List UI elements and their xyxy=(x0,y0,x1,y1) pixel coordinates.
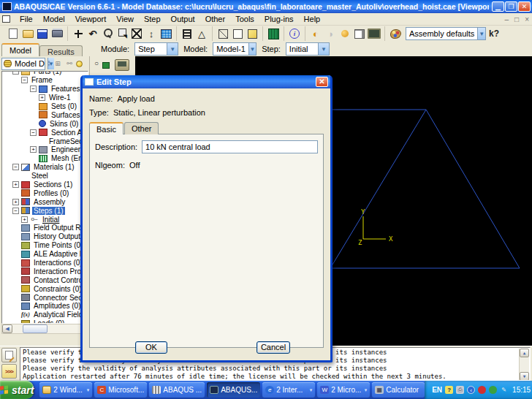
restore-button[interactable]: ❐ xyxy=(505,1,517,12)
query-ladder-icon[interactable] xyxy=(180,28,194,40)
views-table-icon[interactable] xyxy=(159,28,172,40)
tree-item-steps-1[interactable]: −Steps (1) xyxy=(2,206,88,215)
tree-item-ale-adaptive-mesh-constraints[interactable]: ALE Adaptive Mesh Constraints xyxy=(2,250,88,259)
tree-item-connector-sections-0[interactable]: Connector Sections (0) xyxy=(2,293,88,302)
ok-button[interactable]: OK xyxy=(135,341,167,354)
menu-tools[interactable]: Tools xyxy=(230,14,259,24)
hide-icons-icon[interactable]: ‹ xyxy=(467,386,475,394)
expand-icon[interactable]: + xyxy=(39,94,45,101)
tree-item-wire-1[interactable]: +Wire-1 xyxy=(2,94,88,102)
tree-item-sections-1[interactable]: +Sections (1) xyxy=(2,180,88,189)
child-restore-button[interactable]: □ xyxy=(512,15,522,23)
save-icon[interactable] xyxy=(36,28,49,40)
scroll-down-icon[interactable]: ▼ xyxy=(520,372,529,381)
tree-item-assembly[interactable]: +Assembly xyxy=(2,197,88,206)
tree-item-engineering-features[interactable]: +Engineering Features xyxy=(2,145,88,154)
query-cone-icon[interactable]: △ xyxy=(195,28,208,40)
chevron-down-icon[interactable]: ▼ xyxy=(248,43,256,55)
zoom-icon[interactable] xyxy=(101,28,114,40)
tree-item-interaction-properties-0[interactable]: Interaction Properties (0) xyxy=(2,267,88,276)
taskbar-button-2micro[interactable]: W2 Micro...▾ xyxy=(317,382,370,398)
collapse-icon[interactable]: − xyxy=(30,129,37,136)
taskbar-button-2inter[interactable]: e2 Inter...▾ xyxy=(262,382,315,398)
menu-plugins[interactable]: Plug-ins xyxy=(259,14,299,24)
tree-item-history-output-requests[interactable]: History Output Requests xyxy=(2,232,88,241)
printer-tray-icon[interactable]: ⎙ xyxy=(456,386,464,394)
model-select[interactable]: Model-1 ▼ xyxy=(213,42,256,56)
message-scrollbar[interactable]: ▲ ▼ xyxy=(519,349,529,381)
menu-view[interactable]: View xyxy=(111,14,139,24)
start-button[interactable]: start xyxy=(0,381,34,399)
chevron-down-icon[interactable]: ▼ xyxy=(318,43,329,55)
dialog-close-icon[interactable]: ✕ xyxy=(316,77,328,87)
shaded-cube-icon[interactable] xyxy=(246,28,259,40)
torus-front-icon[interactable] xyxy=(309,28,322,40)
tree-item-mesh-empty[interactable]: Mesh (Empty) xyxy=(2,154,88,163)
hiddenline-cube-icon[interactable] xyxy=(231,28,244,40)
tree-item-amplitudes-0[interactable]: Amplitudes (0) xyxy=(2,302,88,311)
create-step-icon[interactable] xyxy=(94,59,110,70)
render-style-select[interactable]: Assembly defaults▼ xyxy=(406,27,486,40)
tree-item-steel[interactable]: Steel xyxy=(2,172,88,180)
taskbar-button-microsoft[interactable]: CMicrosoft... xyxy=(94,382,147,398)
child-minimize-button[interactable]: – xyxy=(502,15,512,23)
context-help-icon[interactable]: k? xyxy=(487,28,501,40)
message-log-icon[interactable] xyxy=(1,348,17,362)
taskbar-button-2wind[interactable]: 2 Wind...▾ xyxy=(39,382,92,398)
palette-icon[interactable] xyxy=(389,28,402,40)
link-icon[interactable]: ⚯ xyxy=(64,59,75,69)
collapse-icon[interactable]: − xyxy=(12,71,19,75)
expand-icon[interactable]: + xyxy=(30,146,37,153)
tree-item-time-points-0[interactable]: Time Points (0) xyxy=(2,241,88,250)
new-icon[interactable] xyxy=(7,28,20,40)
group-chevron-icon[interactable]: ▾ xyxy=(87,387,90,393)
tab-model[interactable]: Model xyxy=(1,43,39,56)
chevron-down-icon[interactable]: ▼ xyxy=(477,28,485,39)
tree-item-field-output-requests[interactable]: Field Output Requests xyxy=(2,224,88,232)
tab-other[interactable]: Other xyxy=(124,122,159,134)
menu-output[interactable]: Output xyxy=(166,14,200,24)
tree-item-framesection[interactable]: FrameSection xyxy=(2,137,88,145)
fit-view-icon[interactable] xyxy=(130,28,143,40)
dialog-title-bar[interactable]: Edit Step ✕ xyxy=(83,75,330,88)
open-icon[interactable] xyxy=(21,28,34,40)
pan-icon[interactable] xyxy=(72,28,85,40)
minimize-button[interactable]: ▁ xyxy=(492,1,504,12)
taskbar-button-abaqus[interactable]: ABAQUS... xyxy=(207,382,260,398)
chevron-down-icon[interactable]: ▼ xyxy=(167,43,178,55)
scroll-left-icon[interactable]: ◀ xyxy=(2,324,12,333)
menu-help[interactable]: Help xyxy=(299,14,326,24)
scroll-up-icon[interactable]: ▲ xyxy=(520,349,529,357)
tree-item-constraints-0[interactable]: Constraints (0) xyxy=(2,284,88,293)
tree-item-section-assignments-1[interactable]: −Section Assignments (1) xyxy=(2,128,88,137)
pen-tray-icon[interactable]: ✎ xyxy=(500,386,508,394)
tree-item-contact-controls-0[interactable]: Contact Controls (0) xyxy=(2,276,88,284)
tab-results[interactable]: Results xyxy=(39,45,83,56)
collapse-icon[interactable]: − xyxy=(21,77,28,83)
menu-file[interactable]: File xyxy=(15,14,38,24)
render-green-cube-icon[interactable] xyxy=(267,28,280,40)
expand-icon[interactable]: + xyxy=(12,181,19,188)
wireframe-cube-icon[interactable] xyxy=(216,28,229,40)
tree-item-materials-1[interactable]: −Materials (1) xyxy=(2,163,88,172)
close-button[interactable]: ✕ xyxy=(518,1,531,12)
sphere-icon[interactable] xyxy=(338,28,352,40)
lightbulb-icon[interactable] xyxy=(76,61,83,67)
menu-other[interactable]: Other xyxy=(200,14,231,24)
expand-icon[interactable]: + xyxy=(21,216,28,223)
translate-icon[interactable]: ↕ xyxy=(145,28,158,40)
tree-item-surfaces-0[interactable]: Surfaces (0) xyxy=(2,110,88,119)
collapse-all-icon[interactable]: ⊞ xyxy=(53,59,63,69)
tree-item-skins-0[interactable]: Skins (0) xyxy=(2,119,88,128)
group-chevron-icon[interactable]: ▾ xyxy=(310,387,313,393)
menu-step[interactable]: Step xyxy=(139,14,166,24)
tree-item-parts-1[interactable]: −Parts (1) xyxy=(2,71,88,76)
status-tray-icon[interactable] xyxy=(489,386,497,394)
collapse-icon[interactable]: − xyxy=(12,208,19,214)
tree-spinner[interactable]: ▲▼ xyxy=(47,60,51,67)
tree-item-frame[interactable]: −Frame xyxy=(2,76,88,85)
tree-item-features[interactable]: −Features xyxy=(2,85,88,94)
taskbar-button-calculator[interactable]: ▦Calculator xyxy=(372,382,425,398)
info-icon[interactable] xyxy=(288,28,301,40)
group-chevron-icon[interactable]: ▾ xyxy=(365,387,368,393)
